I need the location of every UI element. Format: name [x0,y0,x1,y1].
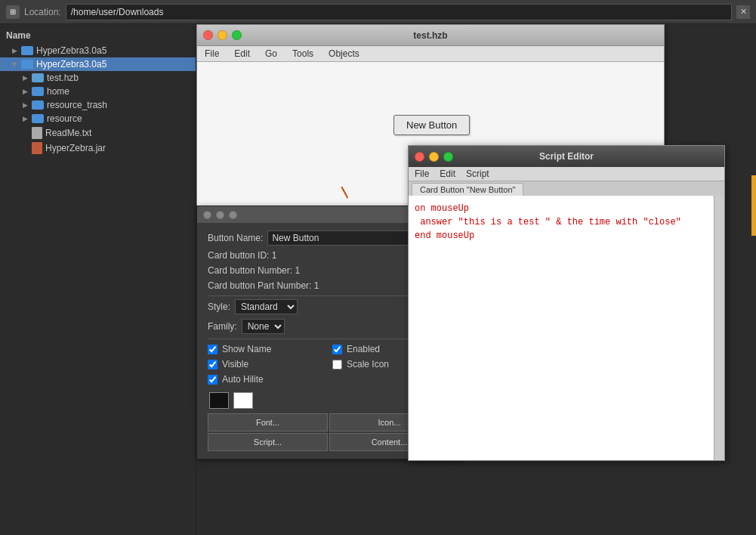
bp-close-button[interactable] [203,211,211,219]
sidebar-item-readme[interactable]: ▶ ReadMe.txt [0,125,196,141]
sidebar-item-hyperzebra-root[interactable]: ▶ HyperZebra3.0a5 [0,44,196,57]
auto-hilite-checkbox[interactable] [208,375,218,385]
hz-titlebar: test.hzb [197,25,664,46]
tree-item-label: HyperZebra.jar [45,143,106,153]
button-name-label: Button Name: [208,233,263,243]
txt-icon [32,127,42,139]
sidebar: Name ▶ HyperZebra3.0a5 ▼ HyperZebra3.0a5… [0,24,196,535]
orange-accent-bar [751,175,756,236]
code-line-2: answer "this is a test " & the time with… [415,215,718,229]
se-minimize-button[interactable] [429,152,439,162]
jar-icon [32,142,42,154]
se-close-button[interactable] [415,152,424,162]
enabled-checkbox[interactable] [332,345,342,354]
file-manager-bar: ⊞ Location: ✕ [0,0,756,24]
location-input[interactable] [66,4,732,20]
tree-item-label: resource_trash [47,100,107,110]
hz-window-title: test.hzb [413,30,447,41]
hz-menubar: File Edit Go Tools Objects [197,46,664,62]
se-scrollbar[interactable] [714,196,724,460]
hz-close-button[interactable] [203,30,213,40]
scale-icon-label: Scale Icon [347,359,389,370]
style-select[interactable]: Standard Oval Rectangle [235,299,298,314]
sidebar-item-resource-trash[interactable]: ▶ resource_trash [0,98,196,112]
folder-icon [32,73,44,82]
sidebar-item-hyperzebrajar[interactable]: ▶ HyperZebra.jar [0,141,196,156]
se-window-title: Script Editor [539,151,594,162]
sidebar-item-hyperzebra-child[interactable]: ▼ HyperZebra3.0a5 [0,57,196,71]
se-menu-edit[interactable]: Edit [440,169,455,179]
arrow-icon: ▼ [11,60,18,68]
folder-icon [21,46,33,55]
arrow-icon: ▶ [21,115,29,122]
scale-icon-checkbox[interactable] [332,360,342,370]
content-area: test.hzb File Edit Go Tools Objects New … [196,24,756,535]
se-maximize-button[interactable] [443,152,453,162]
card-button-part: Card button Part Number: 1 [208,280,319,291]
hz-menu-tools[interactable]: Tools [289,48,316,60]
tree-item-label: HyperZebra3.0a5 [36,59,106,70]
script-editor-window: Script Editor File Edit Script Card Butt… [408,145,725,461]
font-button[interactable]: Font... [208,413,328,431]
bp-maximize-button[interactable] [229,211,237,219]
family-label: Family: [208,321,237,332]
hz-menu-edit[interactable]: Edit [231,48,253,60]
tree-item-label: resource [47,113,82,124]
folder-icon [32,87,44,96]
se-code-area[interactable]: on mouseUp answer "this is a test " & th… [409,196,724,460]
se-tab-card-button[interactable]: Card Button "New Button" [412,183,523,196]
sidebar-item-resource[interactable]: ▶ resource [0,112,196,125]
sidebar-header: Name [0,27,196,44]
fm-app-icon: ⊞ [6,5,20,19]
card-button-number: Card button Number: 1 [208,265,300,276]
svg-line-0 [341,187,347,198]
se-menu-file[interactable]: File [415,169,429,179]
code-line-3: end mouseUp [415,229,718,243]
hz-minimize-button[interactable] [218,30,227,40]
arrow-icon: ▶ [21,101,29,109]
visible-label: Visible [222,359,248,370]
hz-window-controls [203,30,242,40]
new-button-card[interactable]: New Button [393,115,470,135]
folder-icon [21,60,33,69]
visible-checkbox[interactable] [208,360,218,370]
arrow-icon: ▶ [11,47,18,54]
show-name-checkbox[interactable] [208,345,218,354]
arrow-icon: ▶ [21,88,29,95]
se-titlebar: Script Editor [409,146,724,167]
auto-hilite-row: Auto Hilite [208,374,325,385]
enabled-label: Enabled [347,344,380,354]
arrow-icon: ▶ [21,74,29,82]
close-location-button[interactable]: ✕ [736,5,750,19]
bp-minimize-button[interactable] [216,211,224,219]
show-name-row: Show Name [208,344,325,354]
tree-item-label: home [47,86,69,97]
se-menu-script[interactable]: Script [466,169,489,179]
family-select[interactable]: None [242,319,285,334]
code-line-1: on mouseUp [415,202,718,215]
visible-row: Visible [208,359,325,370]
tree-item-label: test.hzb [47,73,79,83]
style-label: Style: [208,302,230,312]
location-label: Location: [24,7,61,17]
script-button[interactable]: Script... [208,433,328,451]
se-window-controls [415,152,453,162]
color-swatch-black[interactable] [209,392,229,409]
show-name-label: Show Name [222,344,271,354]
hz-menu-file[interactable]: File [202,48,222,60]
hz-maximize-button[interactable] [232,30,242,40]
se-tab-bar: Card Button "New Button" [409,181,724,196]
sidebar-item-home[interactable]: ▶ home [0,85,196,98]
hz-menu-go[interactable]: Go [262,48,280,60]
se-menubar: File Edit Script [409,167,724,181]
hz-menu-objects[interactable]: Objects [326,48,363,60]
card-button-id: Card button ID: 1 [208,250,276,261]
folder-icon [32,101,44,110]
folder-icon [32,114,44,123]
tree-item-label: HyperZebra3.0a5 [36,45,106,56]
tree-item-label: ReadMe.txt [45,128,91,138]
color-swatch-white[interactable] [233,392,253,409]
auto-hilite-label: Auto Hilite [222,374,264,385]
sidebar-item-test-hzb[interactable]: ▶ test.hzb [0,71,196,85]
